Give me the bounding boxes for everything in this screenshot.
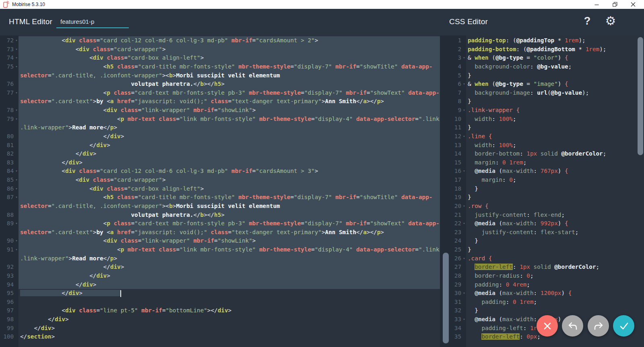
code-text[interactable]: <p mbr-text class="link mbr-fonts-style"… xyxy=(19,115,440,124)
code-text[interactable]: } xyxy=(466,123,644,132)
code-text[interactable]: </div> xyxy=(19,263,440,272)
fold-toggle-icon[interactable]: ▾ xyxy=(462,167,466,176)
fold-toggle-icon[interactable]: ▾ xyxy=(14,54,19,62)
code-text[interactable]: selector=".card-text">by <a href="javasc… xyxy=(19,228,440,237)
code-text[interactable]: selector=".card-title, .iconfont-wrapper… xyxy=(19,71,440,80)
code-text[interactable]: .card { xyxy=(466,254,644,263)
code-text[interactable]: <div class="link-wrapper" mbr-if="showLi… xyxy=(19,106,440,115)
code-text[interactable]: background-color: @bg-value; xyxy=(466,62,644,71)
fold-toggle-icon[interactable]: ▾ xyxy=(462,315,466,324)
code-text[interactable]: } xyxy=(466,185,644,193)
tab-features01-p[interactable]: features01-p xyxy=(56,15,129,28)
code-text[interactable]: </div> xyxy=(19,289,440,298)
code-text[interactable]: margin: 0 1rem; xyxy=(466,158,644,167)
css-code-editor[interactable]: 1padding-top: (@paddingTop * 1rem);2padd… xyxy=(451,35,644,347)
code-text[interactable]: @media (max-width: 1200px) { xyxy=(466,289,644,298)
fold-toggle-icon[interactable]: ▾ xyxy=(14,219,19,228)
code-text[interactable]: volutpat pharetra.</b></h5> xyxy=(19,80,440,89)
code-text[interactable]: border-left: 1px solid @borderColor; xyxy=(466,263,644,272)
code-text[interactable]: padding: 0 4rem; xyxy=(466,281,644,289)
code-text[interactable]: volutpat pharetra.</b></h5> xyxy=(19,211,440,220)
redo-button[interactable] xyxy=(588,315,609,337)
fold-toggle-icon[interactable]: ▾ xyxy=(14,36,19,45)
code-text[interactable]: } xyxy=(466,245,644,254)
fold-toggle-icon[interactable]: ▾ xyxy=(14,193,19,202)
code-text[interactable]: justify-content: flex-start; xyxy=(466,228,644,237)
code-text[interactable]: padding-top: (@paddingTop * 1rem); xyxy=(466,36,644,45)
fold-toggle-icon[interactable]: ▾ xyxy=(462,54,466,62)
fold-toggle-icon[interactable]: ▾ xyxy=(462,254,466,263)
code-text[interactable]: .link-wrapper { xyxy=(466,106,644,115)
restore-button[interactable] xyxy=(606,0,624,9)
code-text[interactable]: .line { xyxy=(466,132,644,141)
code-text[interactable]: @media (max-width: 992px) { xyxy=(466,219,644,228)
fold-toggle-icon[interactable]: ▾ xyxy=(462,202,466,211)
code-text[interactable]: <h5 class="card-title mbr-fonts-style" m… xyxy=(19,62,440,71)
code-text[interactable]: selector=".card-title, .iconfont-wrapper… xyxy=(19,202,440,211)
code-text[interactable]: </div> xyxy=(19,158,440,167)
code-text[interactable]: background-image: url(@bg-value); xyxy=(466,89,644,98)
code-text[interactable]: <div class="line pt-5" mbr-if="bottomLin… xyxy=(19,306,440,315)
fold-toggle-icon[interactable]: ▾ xyxy=(14,89,19,98)
fold-toggle-icon[interactable]: ▾ xyxy=(14,45,19,54)
fold-toggle-icon[interactable]: ▾ xyxy=(462,132,466,141)
code-text[interactable]: <h5 class="card-title mbr-fonts-style" m… xyxy=(19,193,440,202)
code-text[interactable]: <div class="card col-12 col-md-6 col-lg-… xyxy=(19,167,440,176)
code-text[interactable]: </div> xyxy=(19,150,440,158)
css-editor-scrollbar-thumb[interactable] xyxy=(638,37,643,155)
code-text[interactable]: <div class="card col-12 col-md-6 col-lg-… xyxy=(19,36,440,45)
fold-toggle-icon[interactable]: ▾ xyxy=(14,176,19,185)
fold-toggle-icon[interactable]: ▾ xyxy=(14,115,19,124)
code-text[interactable]: <div class="card-wrapper"> xyxy=(19,176,440,185)
code-text[interactable] xyxy=(19,298,440,307)
code-text[interactable]: .row { xyxy=(466,202,644,211)
fold-toggle-icon[interactable]: ▾ xyxy=(14,237,19,245)
fold-toggle-icon[interactable]: ▾ xyxy=(14,106,19,115)
help-icon[interactable]: ? xyxy=(581,15,593,27)
code-text[interactable]: <p class="card-text mbr-fonts-style pb-3… xyxy=(19,219,440,228)
code-text[interactable]: .link-wrapper">Read more</p> xyxy=(19,123,440,132)
fold-toggle-icon[interactable]: ▾ xyxy=(14,185,19,193)
code-text[interactable]: </section> xyxy=(19,332,440,341)
code-text[interactable]: justify-content: flex-end; xyxy=(466,211,644,220)
discard-button[interactable] xyxy=(537,315,558,337)
code-text[interactable]: </div> xyxy=(19,132,440,141)
code-text[interactable]: } xyxy=(466,306,644,315)
minimize-button[interactable] xyxy=(588,0,606,9)
code-text[interactable]: <div class="card-wrapper"> xyxy=(19,45,440,54)
code-text[interactable]: margin: 0; xyxy=(466,176,644,185)
code-text[interactable]: <div class="link-wrapper" mbr-if="showLi… xyxy=(19,237,440,245)
fold-toggle-icon[interactable]: ▾ xyxy=(462,289,466,298)
code-text[interactable]: border-radius: 0; xyxy=(466,272,644,281)
code-text[interactable]: width: 100%; xyxy=(466,115,644,124)
html-code-editor[interactable]: 72▾ <div class="card col-12 col-md-6 col… xyxy=(0,35,440,347)
code-text[interactable]: </div> xyxy=(19,141,440,150)
apply-button[interactable] xyxy=(613,315,634,337)
code-text[interactable]: & when (@bg-type = "color") { xyxy=(466,54,644,62)
gear-icon[interactable]: ⚙ xyxy=(604,14,617,28)
html-editor-scrollbar-thumb[interactable] xyxy=(443,253,449,343)
code-text[interactable]: border-bottom: 1px solid @borderColor; xyxy=(466,150,644,158)
fold-toggle-icon[interactable]: ▾ xyxy=(462,80,466,89)
code-text[interactable]: </div> xyxy=(19,315,440,324)
code-text[interactable]: <p mbr-text class="link mbr-fonts-style"… xyxy=(19,245,440,254)
code-text[interactable]: } xyxy=(466,97,644,106)
fold-toggle-icon[interactable]: ▾ xyxy=(462,106,466,115)
code-text[interactable]: padding: 0 1rem; xyxy=(466,298,644,307)
fold-toggle-icon[interactable]: ▾ xyxy=(14,245,19,254)
code-text[interactable]: padding-bottom: (@paddingBottom * 1rem); xyxy=(466,45,644,54)
code-text[interactable]: </div> xyxy=(19,324,440,333)
fold-toggle-icon[interactable]: ▾ xyxy=(14,167,19,176)
code-text[interactable]: selector=".card-text">by <a href="javasc… xyxy=(19,97,440,106)
code-text[interactable]: @media (max-width: 767px) { xyxy=(466,167,644,176)
code-text[interactable]: } xyxy=(466,71,644,80)
undo-button[interactable] xyxy=(562,315,583,337)
code-text[interactable]: <div class="card-box align-left"> xyxy=(19,185,440,193)
close-button[interactable] xyxy=(624,0,642,9)
code-text[interactable]: <p class="card-text mbr-fonts-style pb-3… xyxy=(19,89,440,98)
code-text[interactable]: </div> xyxy=(19,272,440,281)
code-text[interactable]: } xyxy=(466,193,644,202)
code-text[interactable]: </div> xyxy=(19,281,440,289)
code-text[interactable]: & when (@bg-type = "image") { xyxy=(466,80,644,89)
fold-toggle-icon[interactable]: ▾ xyxy=(14,62,19,71)
